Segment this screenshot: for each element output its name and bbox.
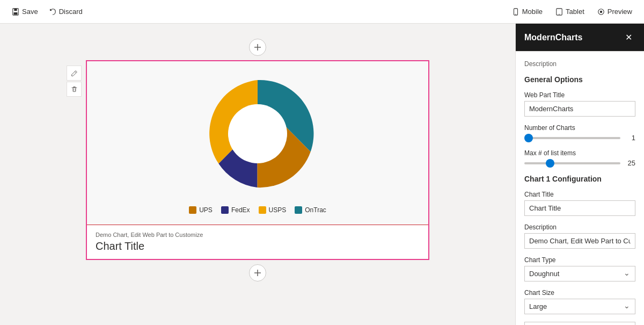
web-part-container: UPS FedEx USPS OnTrac xyxy=(86,60,429,260)
undo-icon xyxy=(49,8,56,16)
chart-size-label: Chart Size xyxy=(524,289,635,297)
tablet-icon xyxy=(555,8,563,16)
chart-description-label: Description xyxy=(524,223,635,231)
svg-rect-2 xyxy=(14,12,18,14)
legend-item-ontrac: OnTrac xyxy=(295,206,326,214)
chart-type-label: Chart Type xyxy=(524,256,635,264)
chart-description-input[interactable] xyxy=(524,233,635,249)
num-charts-group: Number of Charts 1 xyxy=(524,124,635,142)
max-list-items-slider-container: 25 xyxy=(524,159,635,167)
chart-title-input[interactable] xyxy=(524,200,635,216)
chart-size-select-wrapper: Large Medium Small xyxy=(524,299,635,314)
panel-header: ModernCharts ✕ xyxy=(516,24,644,52)
web-part-title-input[interactable] xyxy=(524,101,635,117)
chart-size-group: Chart Size Large Medium Small xyxy=(524,289,635,314)
discard-button[interactable]: Discard xyxy=(43,4,88,19)
right-panel: ModernCharts ✕ Description General Optio… xyxy=(515,24,644,325)
legend-item-usps: USPS xyxy=(259,206,287,214)
donut-chart xyxy=(98,72,418,201)
chart-title-label: Chart Title xyxy=(524,191,635,198)
max-list-items-label: Max # of list items xyxy=(524,149,635,157)
chart-type-group: Chart Type Doughnut Bar Line Pie xyxy=(524,256,635,281)
svg-point-16 xyxy=(228,104,287,163)
description-section: Description xyxy=(524,60,635,68)
chart-subtitle: Demo Chart, Edit Web Part to Customize xyxy=(96,232,420,238)
save-button[interactable]: Save xyxy=(6,4,43,19)
main-content: UPS FedEx USPS OnTrac xyxy=(0,24,644,325)
edit-webpart-button[interactable] xyxy=(67,66,82,81)
legend-color-ups xyxy=(189,206,196,214)
trash-icon xyxy=(71,86,78,93)
legend-color-ontrac xyxy=(295,206,302,214)
chart-legend: UPS FedEx USPS OnTrac xyxy=(98,206,418,214)
max-list-items-slider[interactable] xyxy=(524,162,620,164)
preview-button[interactable]: Preview xyxy=(592,4,638,19)
legend-color-fedex xyxy=(221,206,229,214)
chart-type-select-wrapper: Doughnut Bar Line Pie xyxy=(524,266,635,281)
toolbar: Save Discard Mobile Tablet xyxy=(0,0,644,24)
tablet-button[interactable]: Tablet xyxy=(550,4,590,19)
web-part-title-label: Web Part Title xyxy=(524,91,635,99)
mobile-button[interactable]: Mobile xyxy=(507,4,548,19)
chart-title-group: Chart Title xyxy=(524,191,635,216)
num-charts-value: 1 xyxy=(625,134,635,142)
chart-size-select[interactable]: Large Medium Small xyxy=(524,299,635,314)
chart1-config-heading: Chart 1 Configuration xyxy=(524,175,635,183)
chart-title-display: Chart Title xyxy=(96,240,420,252)
chart-footer: Demo Chart, Edit Web Part to Customize C… xyxy=(87,225,428,259)
legend-color-usps xyxy=(259,206,266,214)
donut-svg xyxy=(185,72,330,201)
num-charts-slider-container: 1 xyxy=(524,134,635,142)
general-options-heading: General Options xyxy=(524,75,635,84)
max-list-items-group: Max # of list items 25 xyxy=(524,149,635,167)
chart1-config-section: Chart 1 Configuration xyxy=(524,175,635,183)
panel-body: Description General Options Web Part Tit… xyxy=(516,52,644,325)
chart-description-group: Description xyxy=(524,223,635,249)
mobile-icon xyxy=(512,8,519,16)
svg-point-6 xyxy=(559,13,559,14)
add-section-top-button[interactable] xyxy=(249,39,266,56)
num-charts-slider[interactable] xyxy=(524,137,620,139)
web-part-wrapper: UPS FedEx USPS OnTrac xyxy=(86,60,429,260)
svg-rect-1 xyxy=(14,8,17,10)
generate-theme-button[interactable]: Generate Theme xyxy=(524,322,635,325)
legend-item-fedex: FedEx xyxy=(221,206,250,214)
toolbar-right: Mobile Tablet Preview xyxy=(507,4,638,19)
chart-type-select[interactable]: Doughnut Bar Line Pie xyxy=(524,266,635,281)
panel-close-button[interactable]: ✕ xyxy=(622,31,635,44)
num-charts-label: Number of Charts xyxy=(524,124,635,132)
panel-title: ModernCharts xyxy=(524,33,582,42)
web-part-tools xyxy=(67,66,82,97)
save-icon xyxy=(12,8,19,16)
plus-icon-bottom xyxy=(253,269,262,277)
chart-area: UPS FedEx USPS OnTrac xyxy=(87,61,428,225)
svg-point-8 xyxy=(600,10,602,12)
add-section-bottom-button[interactable] xyxy=(249,264,266,281)
plus-icon-top xyxy=(253,43,262,52)
general-options-section: General Options xyxy=(524,75,635,84)
svg-point-4 xyxy=(515,13,516,14)
max-list-items-value: 25 xyxy=(625,159,635,167)
description-label: Description xyxy=(524,60,635,68)
canvas-area: UPS FedEx USPS OnTrac xyxy=(0,24,515,325)
legend-item-ups: UPS xyxy=(189,206,213,214)
web-part-title-group: Web Part Title xyxy=(524,91,635,117)
delete-webpart-button[interactable] xyxy=(67,82,82,97)
preview-icon xyxy=(597,8,605,16)
pencil-icon xyxy=(71,70,78,77)
svg-line-11 xyxy=(75,71,76,73)
